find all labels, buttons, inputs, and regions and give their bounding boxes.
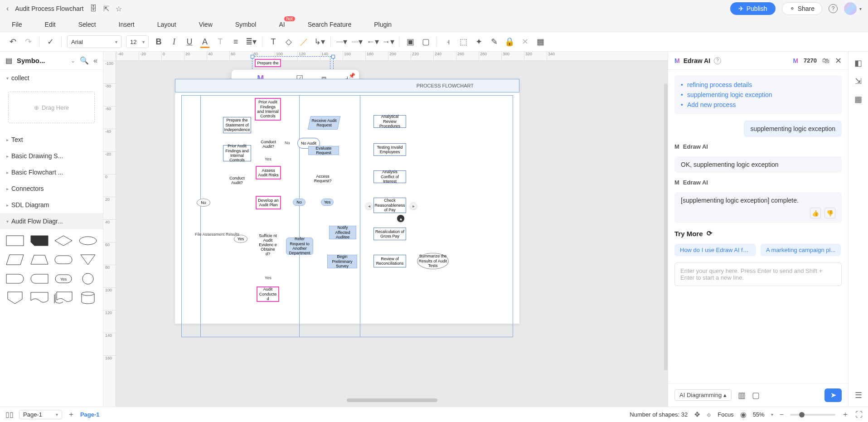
node-assess-risks[interactable]: Assess Audit Risks (256, 166, 281, 179)
shape-ellipse-wide[interactable] (78, 233, 98, 248)
menu-icon[interactable]: ☰ (855, 390, 862, 400)
zoom-out-icon[interactable]: − (780, 411, 784, 419)
tools-icon[interactable]: ✕ (519, 36, 530, 47)
node-conduct-audit-b[interactable]: Conduct Audit? (228, 171, 246, 189)
menu-search-feature[interactable]: Search Feature (308, 21, 352, 28)
fill-bucket-icon[interactable]: ◧ (854, 58, 862, 68)
share-button[interactable]: ⚬ Share (782, 2, 822, 15)
pin-icon[interactable]: 📌 (349, 73, 355, 79)
arrow-start-icon[interactable]: ←▾ (367, 36, 378, 47)
category-text[interactable]: ▸Text (0, 131, 103, 148)
line-spacing-icon[interactable]: ≣▾ (246, 36, 257, 47)
ai-input[interactable]: Enter your query here. Press Enter to se… (674, 262, 842, 286)
node-sufficient-evidence[interactable]: Sufficie nt Audit Evidenc e Obtaine d? (258, 227, 278, 263)
canvas-scrollbar-h[interactable] (347, 398, 437, 402)
drag-here-zone[interactable]: ⊕ Drag Here (8, 92, 95, 123)
prompt-chip[interactable]: How do I use Edraw AI fo... (674, 244, 756, 256)
shape-multi-document[interactable] (53, 290, 74, 306)
connector-style-icon[interactable]: ↳▾ (314, 36, 325, 47)
node-prior-p[interactable]: Prior Audit Findings and Internal Contro… (255, 98, 281, 121)
star-icon[interactable]: ☆ (116, 5, 122, 13)
shape-trapezoid[interactable] (29, 252, 50, 267)
avatar-menu-arrow[interactable]: ▾ (859, 6, 862, 11)
zoom-level[interactable]: 55% (753, 411, 765, 418)
node-conduct-audit-p[interactable]: Conduct Audit? (259, 135, 277, 153)
italic-icon[interactable]: I (169, 36, 179, 47)
font-color-icon[interactable]: A (199, 36, 210, 47)
help-icon[interactable]: ? (829, 4, 838, 13)
font-size-select[interactable]: 12▾ (126, 35, 149, 48)
shape-parallelogram[interactable] (5, 252, 25, 267)
fullscreen-icon[interactable]: ⛶ (855, 411, 863, 419)
shape-pentagon-down[interactable] (5, 290, 25, 306)
zoom-slider[interactable] (790, 414, 835, 416)
menu-ai[interactable]: AIhot (279, 21, 285, 28)
redo-icon[interactable]: ↷ (23, 36, 34, 47)
zoom-in-icon[interactable]: ＋ (842, 410, 849, 419)
focus-label[interactable]: Focus (718, 411, 733, 418)
nav-right-icon[interactable]: ▸ (410, 202, 417, 209)
attach-icon[interactable]: ▢ (752, 390, 760, 400)
shape-pill[interactable] (53, 252, 74, 267)
nav-up-icon[interactable]: ▴ (397, 215, 404, 222)
pages-panel-icon[interactable]: ▯▯ (5, 410, 14, 419)
page-tab-active[interactable]: Page-1 (80, 411, 100, 418)
thumbs-down-icon[interactable]: 👎 (824, 208, 835, 218)
align-icon[interactable]: ≡ (230, 36, 241, 47)
cart-icon[interactable]: 🛍 (822, 57, 829, 65)
menu-insert[interactable]: Insert (119, 21, 135, 28)
back-icon[interactable]: ‹ (6, 5, 9, 13)
category-audit-flow[interactable]: ▾Audit Flow Diagr... (0, 213, 103, 229)
arrow-end-icon[interactable]: →▾ (383, 36, 393, 47)
node-analytical[interactable]: Analytical Review Procedures (373, 115, 406, 128)
shape-triangle-down[interactable] (78, 252, 98, 267)
underline-icon[interactable]: U (184, 36, 195, 47)
chevron-down-icon[interactable]: ⌄ (71, 58, 75, 64)
node-prepare-stmt[interactable]: Prepare the Statement of Independence (223, 117, 251, 133)
search-icon[interactable]: 🔍 (80, 56, 89, 65)
save-icon[interactable]: 🗄 (90, 5, 97, 13)
suggestion-item[interactable]: Add new process (681, 100, 835, 110)
node-recalc[interactable]: Recalculation of Gross Pay (373, 228, 406, 240)
category-basic-drawing[interactable]: ▸Basic Drawing S... (0, 148, 103, 164)
font-select[interactable]: Arial▾ (67, 35, 121, 48)
menu-select[interactable]: Select (78, 21, 96, 28)
menu-view[interactable]: View (199, 21, 213, 28)
align-left-icon[interactable]: ⫞ (442, 36, 453, 47)
close-icon[interactable]: ✕ (835, 56, 842, 66)
avatar[interactable] (844, 2, 857, 15)
node-no-pill[interactable]: No (293, 199, 305, 206)
export-icon[interactable]: ⇱ (103, 5, 109, 13)
node-analysis-conflict[interactable]: Analysis Conflict of Interest (373, 170, 406, 183)
send-button[interactable]: ➤ (824, 388, 842, 402)
canvas-scrollbar-v[interactable] (664, 83, 668, 370)
undo-icon[interactable]: ↶ (7, 36, 18, 47)
prompt-chip[interactable]: A marketing campaign pl... (761, 244, 841, 256)
category-sdl[interactable]: ▸SDL Diagram (0, 197, 103, 213)
layers-icon[interactable]: ❖ (694, 410, 700, 419)
presentation-icon[interactable]: ◉ (740, 410, 747, 419)
node-summarize[interactable]: Summarize the Results of Audit Tests (417, 253, 449, 269)
edit-icon[interactable]: ✎ (489, 36, 499, 47)
page-select[interactable]: Page-1▾ (19, 410, 62, 419)
shape-capsule-half[interactable] (29, 271, 50, 286)
ai-help-icon[interactable]: ? (714, 57, 721, 64)
library-icon[interactable]: ▤ (5, 56, 12, 65)
thumbs-up-icon[interactable]: 👍 (810, 208, 821, 218)
format-painter-icon[interactable]: ✓ (45, 36, 56, 47)
node-review-recon[interactable]: Review of Reconciliations (373, 255, 406, 267)
shape-card[interactable] (29, 233, 50, 248)
shape-yes-pill[interactable]: Yes (53, 271, 74, 286)
shape-stadium[interactable] (5, 271, 25, 286)
group-back-icon[interactable]: ▢ (420, 36, 431, 47)
ai-mode-select[interactable]: AI Diagramming▴ (674, 389, 732, 401)
node-audit-conducted[interactable]: Audit Conducte d (257, 286, 279, 302)
canvas[interactable]: -100-80-60-40-20020406080100120140160 -4… (103, 52, 668, 407)
text-box-icon[interactable]: T (268, 36, 279, 47)
node-prepare-top[interactable]: Prepare the (255, 59, 281, 67)
nav-left-icon[interactable]: ◂ (365, 202, 373, 209)
focus-target-icon[interactable]: ⟐ (707, 411, 711, 419)
menu-symbol[interactable]: Symbol (235, 21, 257, 28)
node-no-oval[interactable]: No (197, 199, 210, 207)
refresh-icon[interactable]: ⟳ (707, 229, 713, 238)
